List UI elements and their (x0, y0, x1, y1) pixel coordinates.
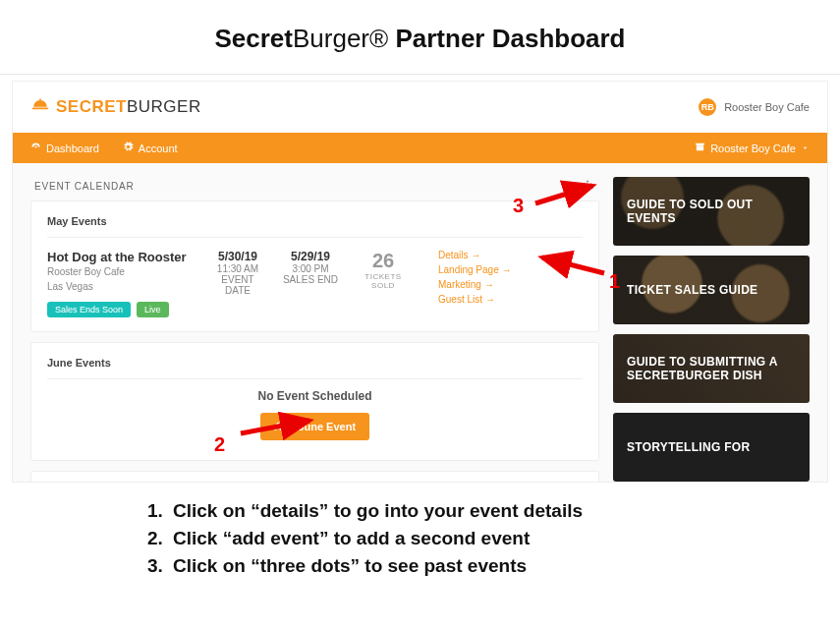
svg-line-3 (542, 257, 604, 273)
svg-line-5 (535, 186, 592, 203)
annotation-1: 1 (609, 270, 620, 293)
svg-line-4 (241, 421, 309, 433)
annotation-2: 2 (214, 433, 225, 456)
annotation-arrows (0, 0, 840, 629)
annotation-3: 3 (513, 195, 524, 217)
